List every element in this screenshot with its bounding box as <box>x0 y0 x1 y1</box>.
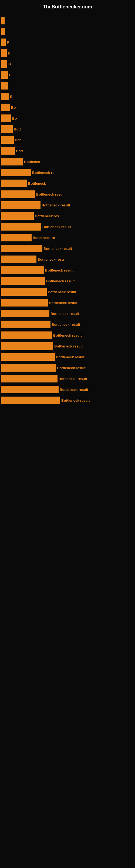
bar-row: Bo <box>0 115 135 122</box>
bar-label: Bottleneck result <box>45 279 75 283</box>
bar-row: Bottleneck result <box>0 245 135 252</box>
site-title: TheBottlenecker.com <box>0 0 135 12</box>
bar-row: Bottleneck resu <box>0 255 135 263</box>
bar-row: B <box>0 60 135 68</box>
bar-row: Bottleneck res <box>0 212 135 220</box>
bar <box>1 104 10 111</box>
bar-row: Bot <box>0 136 135 144</box>
bar <box>1 332 52 339</box>
bar <box>1 28 5 35</box>
bar <box>1 397 60 404</box>
bar-row: Bottleneck re <box>0 169 135 176</box>
bar-label: Bottlenec <box>23 160 40 164</box>
bar <box>1 212 34 220</box>
bar-row: Bottleneck result <box>0 288 135 296</box>
bar-row: F <box>0 71 135 79</box>
bar <box>1 223 41 230</box>
bar-row: Bottlenec <box>0 158 135 165</box>
bar-row: Bottleneck result <box>0 277 135 285</box>
bar <box>1 50 7 57</box>
bar <box>1 82 8 90</box>
bar-row: Bottleneck result <box>0 353 135 361</box>
bar <box>1 180 27 187</box>
bar-row: Bottleneck resu <box>0 190 135 198</box>
bar <box>1 288 47 296</box>
bar-label: Bottleneck resu <box>35 192 63 196</box>
bar <box>1 364 56 372</box>
bar <box>1 147 15 155</box>
bar <box>1 310 49 317</box>
bar <box>1 342 53 350</box>
bar-label: Bottleneck <box>27 182 46 186</box>
bar <box>1 60 7 68</box>
bar <box>1 245 42 252</box>
bar <box>1 353 55 361</box>
bar <box>1 267 44 274</box>
bar-label: Bottleneck result <box>49 312 79 316</box>
bar <box>1 115 11 122</box>
bar-row: Bottleneck result <box>0 342 135 350</box>
bar-label: Bottleneck res <box>34 214 59 218</box>
bar-row: Bottleneck result <box>0 386 135 393</box>
bar-row: Bottleneck result <box>0 310 135 317</box>
bar-label: B <box>7 62 11 66</box>
bar-label: B <box>9 95 12 99</box>
bar-row: Bottleneck result <box>0 364 135 372</box>
bar <box>1 299 48 307</box>
bar <box>1 158 23 165</box>
bar <box>1 375 57 382</box>
bar-label: Bottleneck resu <box>37 257 64 261</box>
bar-label: F <box>8 84 12 88</box>
bar-row: F <box>0 82 135 90</box>
bar-label: Bott <box>13 127 21 131</box>
bar-label: Bottleneck result <box>48 301 77 305</box>
bar-row: F <box>0 38 135 46</box>
bar <box>1 169 31 176</box>
bar-chart: FFBFFBBoBoBottBotBottBottlenecBottleneck… <box>0 12 135 408</box>
bar-label: Bottleneck result <box>53 344 83 348</box>
bar-row: Bottleneck result <box>0 332 135 339</box>
bar <box>1 255 37 263</box>
bar-label: Bottleneck re <box>32 236 55 240</box>
bar-label: F <box>8 73 11 77</box>
bar-row <box>0 17 135 24</box>
bar <box>1 136 14 144</box>
bar-label: Bot <box>14 138 21 142</box>
bar-label: Bottleneck result <box>56 366 85 370</box>
bar <box>1 93 9 100</box>
bar <box>1 201 41 209</box>
bar-row: Bottleneck result <box>0 299 135 307</box>
bar-row: Bottleneck result <box>0 397 135 404</box>
bar-row: Bott <box>0 125 135 133</box>
bar-row: Bottleneck result <box>0 321 135 328</box>
bar-label: Bottleneck result <box>55 355 84 359</box>
bar-label: Bottleneck result <box>57 377 87 381</box>
bar-label: Bottleneck result <box>58 388 88 392</box>
bar-row: Bo <box>0 104 135 111</box>
bar <box>1 277 45 285</box>
bar-label: Bottleneck result <box>52 333 82 337</box>
bar-label: Bo <box>11 116 17 120</box>
bar-label: Bottleneck re <box>31 170 54 175</box>
bar-row <box>0 28 135 35</box>
bar-row: B <box>0 93 135 100</box>
bar-row: Bottleneck result <box>0 223 135 230</box>
bar-label: Bottleneck result <box>50 322 80 327</box>
bar-row: Bott <box>0 147 135 155</box>
bar-row: Bottleneck re <box>0 234 135 241</box>
bar-row: Bottleneck result <box>0 267 135 274</box>
bar-label: Bottleneck result <box>60 399 90 403</box>
bar <box>1 17 5 24</box>
bar-label: F <box>7 51 10 55</box>
bar-label: Bottleneck result <box>44 268 74 272</box>
bar <box>1 38 6 46</box>
bar-row: F <box>0 50 135 57</box>
bar <box>1 234 32 241</box>
bar-label: Bottleneck result <box>47 290 76 294</box>
bar-label: Bottleneck result <box>41 203 70 207</box>
bar <box>1 125 13 133</box>
bar <box>1 321 50 328</box>
bar <box>1 190 35 198</box>
bar-row: Bottleneck result <box>0 201 135 209</box>
bar-label: Bott <box>15 149 23 153</box>
